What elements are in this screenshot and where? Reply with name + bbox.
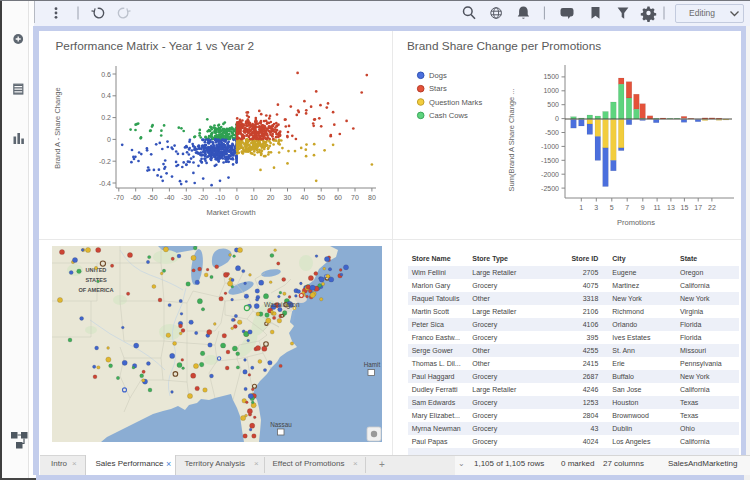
svg-text:-60: -60 xyxy=(131,194,141,201)
svg-text:60: 60 xyxy=(334,194,342,201)
svg-text:OF AMERICA: OF AMERICA xyxy=(78,287,113,293)
svg-text:5: 5 xyxy=(610,204,614,211)
svg-text:15: 15 xyxy=(681,204,689,211)
svg-text:17: 17 xyxy=(694,204,702,211)
svg-text:3: 3 xyxy=(594,204,598,211)
svg-text:13: 13 xyxy=(667,204,675,211)
svg-text:70: 70 xyxy=(351,194,359,201)
svg-text:-0.2: -0.2 xyxy=(99,158,111,165)
svg-text:Market Growth: Market Growth xyxy=(206,208,255,217)
svg-text:Washington: Washington xyxy=(264,301,300,309)
svg-text:0.2: 0.2 xyxy=(101,114,111,121)
svg-text:-1500: -1500 xyxy=(541,157,559,164)
svg-text:-0.4: -0.4 xyxy=(99,180,111,187)
svg-text:-500: -500 xyxy=(545,129,559,136)
svg-text:0.6: 0.6 xyxy=(101,71,111,78)
svg-text:Promotions: Promotions xyxy=(617,218,655,227)
svg-text:10: 10 xyxy=(250,194,258,201)
svg-text:Dogs: Dogs xyxy=(429,71,447,80)
svg-text:1: 1 xyxy=(579,204,583,211)
svg-text:STATES: STATES xyxy=(85,277,107,283)
svg-text:20: 20 xyxy=(267,194,275,201)
svg-text:0: 0 xyxy=(235,194,239,201)
svg-text:-2500: -2500 xyxy=(541,185,559,192)
svg-text:Sum(Brand A Share Change ...: Sum(Brand A Share Change ... xyxy=(507,89,516,192)
svg-text:-10: -10 xyxy=(215,194,225,201)
svg-text:11: 11 xyxy=(653,204,660,211)
svg-text:9: 9 xyxy=(641,204,645,211)
svg-text:-40: -40 xyxy=(164,194,174,201)
svg-text:7: 7 xyxy=(625,204,629,211)
svg-text:-50: -50 xyxy=(148,194,158,201)
svg-text:50: 50 xyxy=(317,194,325,201)
svg-text:500: 500 xyxy=(547,101,559,108)
svg-text:-20: -20 xyxy=(198,194,208,201)
svg-text:Cash Cows: Cash Cows xyxy=(429,111,468,120)
svg-text:Nassau: Nassau xyxy=(270,421,292,428)
svg-text:22: 22 xyxy=(708,204,716,211)
svg-text:Brand A - Share Change: Brand A - Share Change xyxy=(53,87,62,168)
svg-text:-1000: -1000 xyxy=(541,143,559,150)
svg-text:-2000: -2000 xyxy=(541,171,559,178)
svg-text:Stars: Stars xyxy=(429,84,447,93)
svg-text:0: 0 xyxy=(107,136,111,143)
svg-text:-30: -30 xyxy=(181,194,191,201)
svg-text:1500: 1500 xyxy=(543,73,559,80)
svg-text:Question Marks: Question Marks xyxy=(429,98,482,107)
svg-text:0: 0 xyxy=(555,115,559,122)
svg-text:30: 30 xyxy=(284,194,292,201)
svg-text:80: 80 xyxy=(368,194,376,201)
svg-text:Hamit: Hamit xyxy=(364,361,381,368)
svg-text:0.4: 0.4 xyxy=(101,92,111,99)
svg-text:1000: 1000 xyxy=(543,87,559,94)
svg-text:40: 40 xyxy=(301,194,309,201)
svg-text:-70: -70 xyxy=(114,194,124,201)
